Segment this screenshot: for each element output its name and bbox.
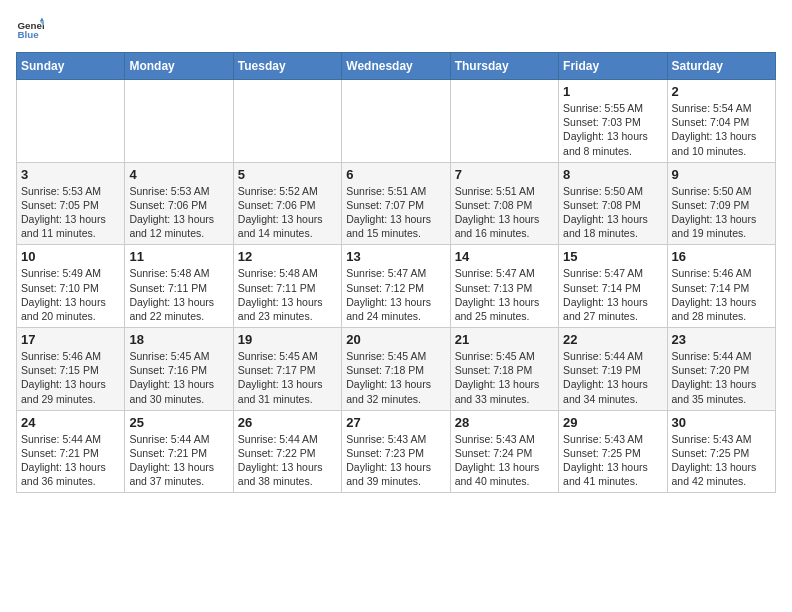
day-info: Sunrise: 5:50 AMSunset: 7:09 PMDaylight:…: [672, 184, 771, 241]
day-info: Sunrise: 5:43 AMSunset: 7:23 PMDaylight:…: [346, 432, 445, 489]
calendar-day-19: 19Sunrise: 5:45 AMSunset: 7:17 PMDayligh…: [233, 328, 341, 411]
day-info: Sunrise: 5:48 AMSunset: 7:11 PMDaylight:…: [129, 266, 228, 323]
day-number: 25: [129, 415, 228, 430]
day-info: Sunrise: 5:51 AMSunset: 7:08 PMDaylight:…: [455, 184, 554, 241]
day-info: Sunrise: 5:45 AMSunset: 7:17 PMDaylight:…: [238, 349, 337, 406]
day-info: Sunrise: 5:43 AMSunset: 7:25 PMDaylight:…: [672, 432, 771, 489]
calendar-week-row: 24Sunrise: 5:44 AMSunset: 7:21 PMDayligh…: [17, 410, 776, 493]
empty-day: [233, 80, 341, 163]
day-info: Sunrise: 5:55 AMSunset: 7:03 PMDaylight:…: [563, 101, 662, 158]
day-info: Sunrise: 5:44 AMSunset: 7:22 PMDaylight:…: [238, 432, 337, 489]
day-number: 2: [672, 84, 771, 99]
calendar-day-17: 17Sunrise: 5:46 AMSunset: 7:15 PMDayligh…: [17, 328, 125, 411]
day-info: Sunrise: 5:53 AMSunset: 7:05 PMDaylight:…: [21, 184, 120, 241]
weekday-header-tuesday: Tuesday: [233, 53, 341, 80]
calendar-day-25: 25Sunrise: 5:44 AMSunset: 7:21 PMDayligh…: [125, 410, 233, 493]
day-number: 16: [672, 249, 771, 264]
calendar-day-10: 10Sunrise: 5:49 AMSunset: 7:10 PMDayligh…: [17, 245, 125, 328]
day-number: 21: [455, 332, 554, 347]
calendar-week-row: 1Sunrise: 5:55 AMSunset: 7:03 PMDaylight…: [17, 80, 776, 163]
day-number: 22: [563, 332, 662, 347]
day-number: 8: [563, 167, 662, 182]
day-number: 18: [129, 332, 228, 347]
day-number: 5: [238, 167, 337, 182]
day-number: 20: [346, 332, 445, 347]
day-info: Sunrise: 5:44 AMSunset: 7:19 PMDaylight:…: [563, 349, 662, 406]
day-number: 13: [346, 249, 445, 264]
day-number: 27: [346, 415, 445, 430]
day-info: Sunrise: 5:47 AMSunset: 7:13 PMDaylight:…: [455, 266, 554, 323]
day-number: 6: [346, 167, 445, 182]
day-number: 17: [21, 332, 120, 347]
calendar-day-8: 8Sunrise: 5:50 AMSunset: 7:08 PMDaylight…: [559, 162, 667, 245]
day-number: 28: [455, 415, 554, 430]
day-info: Sunrise: 5:50 AMSunset: 7:08 PMDaylight:…: [563, 184, 662, 241]
day-number: 4: [129, 167, 228, 182]
calendar-day-18: 18Sunrise: 5:45 AMSunset: 7:16 PMDayligh…: [125, 328, 233, 411]
day-number: 14: [455, 249, 554, 264]
calendar-table: SundayMondayTuesdayWednesdayThursdayFrid…: [16, 52, 776, 493]
day-number: 24: [21, 415, 120, 430]
calendar-day-28: 28Sunrise: 5:43 AMSunset: 7:24 PMDayligh…: [450, 410, 558, 493]
calendar-day-27: 27Sunrise: 5:43 AMSunset: 7:23 PMDayligh…: [342, 410, 450, 493]
day-info: Sunrise: 5:51 AMSunset: 7:07 PMDaylight:…: [346, 184, 445, 241]
calendar-day-9: 9Sunrise: 5:50 AMSunset: 7:09 PMDaylight…: [667, 162, 775, 245]
weekday-header-wednesday: Wednesday: [342, 53, 450, 80]
day-number: 12: [238, 249, 337, 264]
calendar-day-5: 5Sunrise: 5:52 AMSunset: 7:06 PMDaylight…: [233, 162, 341, 245]
calendar-day-29: 29Sunrise: 5:43 AMSunset: 7:25 PMDayligh…: [559, 410, 667, 493]
calendar-day-2: 2Sunrise: 5:54 AMSunset: 7:04 PMDaylight…: [667, 80, 775, 163]
day-info: Sunrise: 5:44 AMSunset: 7:20 PMDaylight:…: [672, 349, 771, 406]
day-number: 9: [672, 167, 771, 182]
calendar-day-4: 4Sunrise: 5:53 AMSunset: 7:06 PMDaylight…: [125, 162, 233, 245]
empty-day: [342, 80, 450, 163]
day-info: Sunrise: 5:54 AMSunset: 7:04 PMDaylight:…: [672, 101, 771, 158]
calendar-day-20: 20Sunrise: 5:45 AMSunset: 7:18 PMDayligh…: [342, 328, 450, 411]
weekday-header-saturday: Saturday: [667, 53, 775, 80]
logo: General Blue: [16, 16, 44, 44]
calendar-day-21: 21Sunrise: 5:45 AMSunset: 7:18 PMDayligh…: [450, 328, 558, 411]
calendar-week-row: 10Sunrise: 5:49 AMSunset: 7:10 PMDayligh…: [17, 245, 776, 328]
calendar-day-22: 22Sunrise: 5:44 AMSunset: 7:19 PMDayligh…: [559, 328, 667, 411]
calendar-day-1: 1Sunrise: 5:55 AMSunset: 7:03 PMDaylight…: [559, 80, 667, 163]
day-number: 7: [455, 167, 554, 182]
logo-icon: General Blue: [16, 16, 44, 44]
day-info: Sunrise: 5:45 AMSunset: 7:16 PMDaylight:…: [129, 349, 228, 406]
day-info: Sunrise: 5:47 AMSunset: 7:14 PMDaylight:…: [563, 266, 662, 323]
day-info: Sunrise: 5:46 AMSunset: 7:14 PMDaylight:…: [672, 266, 771, 323]
weekday-header-sunday: Sunday: [17, 53, 125, 80]
day-info: Sunrise: 5:44 AMSunset: 7:21 PMDaylight:…: [129, 432, 228, 489]
calendar-day-6: 6Sunrise: 5:51 AMSunset: 7:07 PMDaylight…: [342, 162, 450, 245]
calendar-day-15: 15Sunrise: 5:47 AMSunset: 7:14 PMDayligh…: [559, 245, 667, 328]
empty-day: [17, 80, 125, 163]
day-number: 29: [563, 415, 662, 430]
day-info: Sunrise: 5:43 AMSunset: 7:25 PMDaylight:…: [563, 432, 662, 489]
day-info: Sunrise: 5:44 AMSunset: 7:21 PMDaylight:…: [21, 432, 120, 489]
day-number: 23: [672, 332, 771, 347]
day-info: Sunrise: 5:47 AMSunset: 7:12 PMDaylight:…: [346, 266, 445, 323]
day-info: Sunrise: 5:52 AMSunset: 7:06 PMDaylight:…: [238, 184, 337, 241]
empty-day: [450, 80, 558, 163]
header: General Blue: [16, 16, 776, 44]
day-number: 26: [238, 415, 337, 430]
day-info: Sunrise: 5:46 AMSunset: 7:15 PMDaylight:…: [21, 349, 120, 406]
weekday-header-row: SundayMondayTuesdayWednesdayThursdayFrid…: [17, 53, 776, 80]
day-number: 19: [238, 332, 337, 347]
day-info: Sunrise: 5:43 AMSunset: 7:24 PMDaylight:…: [455, 432, 554, 489]
day-info: Sunrise: 5:45 AMSunset: 7:18 PMDaylight:…: [455, 349, 554, 406]
day-info: Sunrise: 5:49 AMSunset: 7:10 PMDaylight:…: [21, 266, 120, 323]
calendar-day-13: 13Sunrise: 5:47 AMSunset: 7:12 PMDayligh…: [342, 245, 450, 328]
empty-day: [125, 80, 233, 163]
weekday-header-monday: Monday: [125, 53, 233, 80]
calendar-day-7: 7Sunrise: 5:51 AMSunset: 7:08 PMDaylight…: [450, 162, 558, 245]
day-number: 1: [563, 84, 662, 99]
day-info: Sunrise: 5:48 AMSunset: 7:11 PMDaylight:…: [238, 266, 337, 323]
calendar-day-12: 12Sunrise: 5:48 AMSunset: 7:11 PMDayligh…: [233, 245, 341, 328]
svg-text:Blue: Blue: [17, 29, 39, 40]
calendar-day-16: 16Sunrise: 5:46 AMSunset: 7:14 PMDayligh…: [667, 245, 775, 328]
calendar-day-24: 24Sunrise: 5:44 AMSunset: 7:21 PMDayligh…: [17, 410, 125, 493]
day-number: 30: [672, 415, 771, 430]
calendar-day-14: 14Sunrise: 5:47 AMSunset: 7:13 PMDayligh…: [450, 245, 558, 328]
calendar-day-11: 11Sunrise: 5:48 AMSunset: 7:11 PMDayligh…: [125, 245, 233, 328]
weekday-header-thursday: Thursday: [450, 53, 558, 80]
